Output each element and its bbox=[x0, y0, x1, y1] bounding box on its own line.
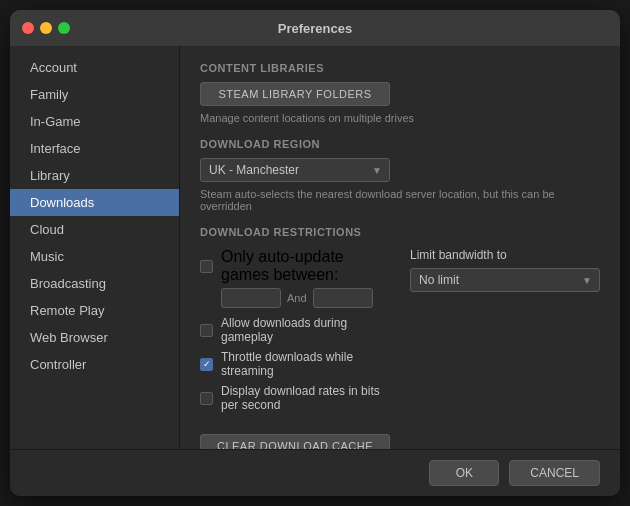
main-panel: Content Libraries STEAM LIBRARY FOLDERS … bbox=[180, 46, 620, 449]
maximize-button[interactable] bbox=[58, 22, 70, 34]
preferences-window: Preferences Account Family In-Game Inter… bbox=[10, 10, 620, 496]
download-region-description: Steam auto-selects the nearest download … bbox=[200, 188, 600, 212]
traffic-lights bbox=[22, 22, 70, 34]
main-content: Account Family In-Game Interface Library… bbox=[10, 46, 620, 449]
steam-library-folders-button[interactable]: STEAM LIBRARY FOLDERS bbox=[200, 82, 390, 106]
footer: OK CANCEL bbox=[10, 449, 620, 496]
clear-cache-section: CLEAR DOWNLOAD CACHE Clearing the downlo… bbox=[200, 434, 600, 449]
minimize-button[interactable] bbox=[40, 22, 52, 34]
sidebar-item-cloud[interactable]: Cloud bbox=[10, 216, 179, 243]
and-label: And bbox=[287, 292, 307, 304]
region-dropdown-wrapper: UK - Manchester UK - London US - Seattle… bbox=[200, 158, 390, 182]
sidebar-item-in-game[interactable]: In-Game bbox=[10, 108, 179, 135]
sidebar-item-music[interactable]: Music bbox=[10, 243, 179, 270]
bandwidth-label: Limit bandwidth to bbox=[410, 248, 600, 262]
clear-download-cache-button[interactable]: CLEAR DOWNLOAD CACHE bbox=[200, 434, 390, 449]
bandwidth-dropdown[interactable]: No limit 512 KB/s 1 MB/s 2 MB/s 5 MB/s bbox=[410, 268, 600, 292]
time-end-input[interactable] bbox=[313, 288, 373, 308]
sidebar-item-account[interactable]: Account bbox=[10, 54, 179, 81]
sidebar-item-web-browser[interactable]: Web Browser bbox=[10, 324, 179, 351]
content-libraries-description: Manage content locations on multiple dri… bbox=[200, 112, 600, 124]
auto-update-row: Only auto-update games between: bbox=[200, 248, 390, 284]
content-libraries-title: Content Libraries bbox=[200, 62, 600, 74]
sidebar-item-controller[interactable]: Controller bbox=[10, 351, 179, 378]
sidebar-item-remote-play[interactable]: Remote Play bbox=[10, 297, 179, 324]
close-button[interactable] bbox=[22, 22, 34, 34]
download-restrictions-title: Download Restrictions bbox=[200, 226, 600, 238]
titlebar: Preferences bbox=[10, 10, 620, 46]
allow-downloads-checkbox[interactable] bbox=[200, 324, 213, 337]
bandwidth-dropdown-wrapper: No limit 512 KB/s 1 MB/s 2 MB/s 5 MB/s ▼ bbox=[410, 268, 600, 292]
sidebar: Account Family In-Game Interface Library… bbox=[10, 46, 180, 449]
time-start-input[interactable] bbox=[221, 288, 281, 308]
auto-update-label: Only auto-update games between: bbox=[221, 248, 390, 284]
throttle-downloads-checkbox[interactable] bbox=[200, 358, 213, 371]
content-libraries-section: Content Libraries STEAM LIBRARY FOLDERS … bbox=[200, 62, 600, 124]
ok-button[interactable]: OK bbox=[429, 460, 499, 486]
time-fields-row: And bbox=[221, 288, 390, 308]
throttle-downloads-row: Throttle downloads while streaming bbox=[200, 350, 390, 378]
cancel-button[interactable]: CANCEL bbox=[509, 460, 600, 486]
download-region-title: Download Region bbox=[200, 138, 600, 150]
restriction-right: Limit bandwidth to No limit 512 KB/s 1 M… bbox=[410, 248, 600, 292]
region-dropdown[interactable]: UK - Manchester UK - London US - Seattle bbox=[200, 158, 390, 182]
auto-update-checkbox[interactable] bbox=[200, 260, 213, 273]
allow-downloads-label: Allow downloads during gameplay bbox=[221, 316, 390, 344]
display-rates-checkbox[interactable] bbox=[200, 392, 213, 405]
sidebar-item-library[interactable]: Library bbox=[10, 162, 179, 189]
sidebar-item-broadcasting[interactable]: Broadcasting bbox=[10, 270, 179, 297]
download-region-section: Download Region UK - Manchester UK - Lon… bbox=[200, 138, 600, 212]
display-rates-row: Display download rates in bits per secon… bbox=[200, 384, 390, 412]
window-title: Preferences bbox=[278, 21, 352, 36]
sidebar-item-interface[interactable]: Interface bbox=[10, 135, 179, 162]
throttle-downloads-label: Throttle downloads while streaming bbox=[221, 350, 390, 378]
display-rates-label: Display download rates in bits per secon… bbox=[221, 384, 390, 412]
restriction-row: Only auto-update games between: And Allo… bbox=[200, 248, 600, 418]
download-restrictions-section: Download Restrictions Only auto-update g… bbox=[200, 226, 600, 418]
allow-downloads-row: Allow downloads during gameplay bbox=[200, 316, 390, 344]
restriction-left: Only auto-update games between: And Allo… bbox=[200, 248, 390, 418]
sidebar-item-family[interactable]: Family bbox=[10, 81, 179, 108]
sidebar-item-downloads[interactable]: Downloads bbox=[10, 189, 179, 216]
